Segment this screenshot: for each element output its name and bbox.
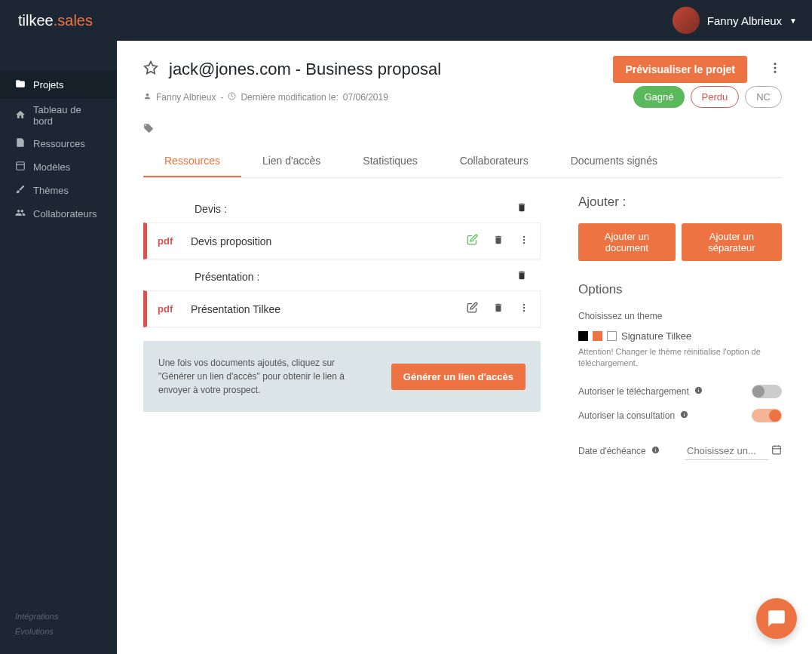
svg-marker-2 [145,61,158,73]
calendar-icon[interactable] [771,444,782,457]
info-icon[interactable] [651,446,660,456]
swatch-orange [593,331,602,341]
allow-download-label: Autoriser le téléchargement [578,386,689,397]
file-type-badge: pdf [158,235,191,247]
svg-point-11 [523,306,525,308]
generate-link-box: Une fois vos documents ajoutés, cliquez … [143,341,541,412]
tab-lien-acces[interactable]: Lien d'accès [241,146,342,177]
tabs: Ressources Lien d'accès Statistiques Col… [143,146,782,178]
theme-selector[interactable]: Signature Tilkee [578,330,782,342]
author-name: Fanny Albrieux [156,92,216,103]
due-date-label: Date d'échéance [578,446,646,456]
options-section-title: Options [578,282,782,297]
status-won-button[interactable]: Gagné [633,86,684,108]
theme-name: Signature Tilkee [621,330,691,342]
file-name: Présentation Tilkee [191,303,467,315]
trash-icon[interactable] [516,270,527,283]
trash-icon[interactable] [516,202,527,215]
edit-icon[interactable] [467,302,478,316]
more-vert-icon[interactable] [768,61,782,78]
folder-icon [15,78,26,91]
section-header-devis: Devis : [143,195,541,223]
sidebar-item-ressources[interactable]: Ressources [0,132,117,155]
info-icon[interactable] [680,410,688,421]
svg-point-12 [523,309,525,311]
sidebar-item-modeles[interactable]: Modèles [0,155,117,179]
file-name: Devis proposition [191,235,467,247]
generate-info-text: Une fois vos documents ajoutés, cliquez … [158,356,373,397]
person-icon [143,92,152,103]
user-menu[interactable]: Fanny Albrieux ▼ [673,7,797,34]
section-title: Présentation : [195,271,259,283]
info-icon[interactable] [694,386,703,397]
svg-rect-0 [17,162,25,170]
svg-point-7 [523,235,525,237]
clock-icon [228,92,236,103]
svg-rect-13 [773,447,781,455]
svg-point-3 [774,63,777,65]
status-nc-button[interactable]: NC [745,86,782,108]
sidebar-item-label: Ressources [33,138,85,149]
template-icon [15,161,26,173]
theme-warning-text: Attention! Changer le thème réinitialise… [578,346,782,370]
edit-icon[interactable] [467,234,478,248]
main-content: jack@jones.com - Business proposal Prévi… [117,41,812,654]
chat-button[interactable] [756,598,797,639]
sidebar-item-label: Projets [33,79,63,91]
svg-point-4 [774,67,777,69]
user-name-label: Fanny Albrieux [707,14,782,27]
swatch-black [578,331,588,341]
sidebar-item-label: Collaborateurs [33,208,97,220]
sidebar-footer-evolutions[interactable]: Évolutions [0,624,117,639]
modified-label: Dernière modification le: [241,92,338,103]
resource-item[interactable]: pdf Présentation Tilkee [143,290,541,327]
allow-download-toggle[interactable] [752,385,782,398]
section-header-presentation: Présentation : [143,263,541,290]
sidebar-item-projets[interactable]: Projets [0,71,117,99]
svg-point-10 [523,303,525,305]
chat-icon [767,609,786,628]
star-outline-icon[interactable] [143,60,158,79]
chevron-down-icon: ▼ [789,17,797,25]
resource-item[interactable]: pdf Devis proposition [143,223,541,259]
theme-label: Choisissez un theme [578,311,782,321]
due-date-input[interactable] [685,442,768,460]
svg-point-8 [523,238,525,240]
add-separator-button[interactable]: Ajouter un séparateur [682,223,782,261]
sidebar-item-tableau[interactable]: Tableau de bord [0,99,117,132]
file-type-badge: pdf [158,303,191,315]
add-document-button[interactable]: Ajouter un document [578,223,676,261]
tab-statistiques[interactable]: Statistiques [342,146,438,177]
sidebar-item-themes[interactable]: Thèmes [0,179,117,202]
preview-project-button[interactable]: Prévisualiser le projet [613,56,747,83]
file-icon [15,137,26,150]
trash-icon[interactable] [493,302,504,316]
sidebar-footer-integrations[interactable]: Intégrations [0,609,117,624]
tab-collaborateurs[interactable]: Collaborateurs [439,146,550,177]
sidebar-item-label: Thèmes [33,185,69,196]
allow-view-label: Autoriser la consultation [578,410,675,421]
home-icon [15,109,26,122]
tag-icon[interactable] [143,123,782,137]
swatch-white [607,331,617,341]
tab-documents-signes[interactable]: Documents signés [550,146,679,177]
sidebar: Projets Tableau de bord Ressources Modèl… [0,41,117,654]
more-vert-icon[interactable] [519,302,529,316]
svg-point-9 [523,241,525,243]
svg-point-5 [774,71,777,73]
generate-link-button[interactable]: Générer un lien d'accès [391,364,526,390]
status-lost-button[interactable]: Perdu [691,86,740,108]
logo[interactable]: tilkee.sales [18,12,93,29]
modified-date: 07/06/2019 [343,92,388,103]
tab-ressources[interactable]: Ressources [143,146,241,177]
more-vert-icon[interactable] [519,235,529,248]
sidebar-item-label: Modèles [33,161,70,173]
project-title: jack@jones.com - Business proposal [169,60,441,79]
sidebar-item-collaborateurs[interactable]: Collaborateurs [0,202,117,226]
app-header: tilkee.sales Fanny Albrieux ▼ [0,0,812,41]
add-section-title: Ajouter : [578,195,782,210]
allow-view-toggle[interactable] [752,409,782,422]
avatar [673,7,700,34]
trash-icon[interactable] [493,235,504,248]
brush-icon [15,184,26,197]
